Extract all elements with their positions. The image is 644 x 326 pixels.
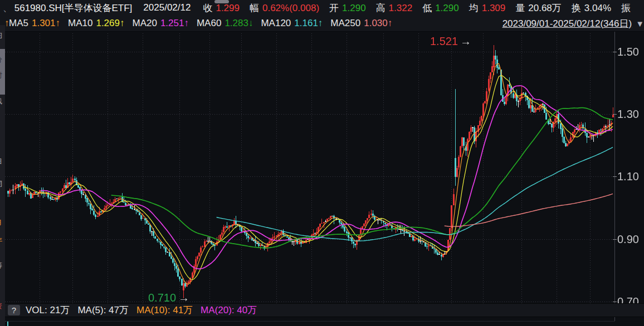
- vol-value: VOL: 21万: [26, 304, 70, 317]
- scrollbar-thumb[interactable]: [214, 0, 229, 3]
- date-range-selector[interactable]: 2023/09/01-2025/02/12(346日): [502, 17, 632, 30]
- y-axis-tick: [613, 176, 617, 177]
- toolbar-item-fragment: 月: [0, 219, 5, 226]
- symbol-name[interactable]: 561980.SH[半导体设备ETF]: [14, 2, 133, 14]
- toolbar-item-fragment: 图: [0, 32, 5, 39]
- volume-gridline: [5, 321, 614, 322]
- clipped-arrow-glyph: ↑: [4, 18, 9, 29]
- toolbar-item-fragment: 日: [0, 157, 5, 165]
- kline-canvas[interactable]: [5, 31, 614, 303]
- y-axis-tick: [613, 239, 617, 240]
- volume-indicator-bar: ? VOL: 21万 MA(5): 47万 MA(10): 41万 MA(20)…: [5, 303, 644, 317]
- volume-first-bar: [7, 322, 8, 326]
- field-open: 开1.290: [329, 2, 366, 14]
- vol-ma5: MA(5): 47万: [77, 304, 129, 317]
- field-avg: 均1.309: [469, 2, 506, 14]
- arrow-right-icon: →: [178, 292, 189, 304]
- ma-legend-bar: ↑ MA51.301↑ MA101.269↑ MA201.251↑ MA601.…: [0, 16, 644, 32]
- vol-ma20: MA(20): 40万: [201, 304, 257, 317]
- field-amplitude: 振: [621, 2, 634, 14]
- toolbar-item-fragment: 资: [0, 302, 5, 310]
- quote-header: 、 561980.SH[半导体设备ETF] 2025/02/12 收1.299 …: [0, 0, 644, 16]
- y-axis-tick-label: 1.10: [617, 170, 639, 183]
- vol-ma10: MA(10): 41万: [136, 304, 193, 317]
- toolbar-item-fragment: 线: [0, 97, 5, 105]
- arrow-right-icon: →: [460, 35, 471, 48]
- y-axis-tick-label: 1.30: [617, 108, 639, 121]
- toolbar-item-fragment: 时: [0, 71, 5, 79]
- lowest-price-annotation: 0.710 →: [148, 292, 189, 304]
- toolbar-item-fragment: 筹: [0, 261, 5, 269]
- ma250-legend: MA2501.030↑: [330, 18, 392, 29]
- chevron-down-icon[interactable]: ▼: [636, 19, 644, 28]
- highest-price-annotation: 1.521 →: [430, 35, 471, 48]
- help-button[interactable]: ?: [8, 305, 20, 315]
- toolbar-item-fragment: 年: [0, 236, 5, 244]
- ma60-legend: MA601.283↓: [197, 18, 253, 29]
- y-axis-tick-label: 1.50: [617, 46, 639, 58]
- ma10-legend: MA101.269↑: [68, 18, 124, 29]
- field-low: 低1.290: [422, 2, 459, 14]
- y-axis-tick: [613, 114, 617, 115]
- y-axis-tick: [613, 302, 617, 302]
- volume-pane[interactable]: [5, 316, 644, 326]
- field-change: 幅0.62%(0.008): [250, 2, 319, 14]
- stock-chart-app: 图分时线日周月年筹资 、 561980.SH[半导体设备ETF] 2025/02…: [0, 0, 644, 326]
- field-high: 高1.322: [376, 2, 413, 14]
- toolbar-item-fragment: 分: [0, 56, 5, 63]
- y-axis-tick-label: 0.90: [617, 233, 639, 246]
- field-volume: 量20.68万: [515, 2, 562, 14]
- partial-glyph-icon: 、: [1, 2, 14, 14]
- left-toolbar-strip[interactable]: 图分时线日周月年筹资: [0, 25, 5, 326]
- quote-date: 2025/02/12: [143, 2, 191, 13]
- ma120-legend: MA1201.161↑: [261, 18, 323, 29]
- ma5-legend: MA51.301↑: [9, 18, 60, 29]
- ma20-legend: MA201.251↑: [132, 18, 188, 29]
- y-axis-tick: [613, 52, 617, 52]
- field-turnover: 换3.04%: [572, 2, 611, 14]
- toolbar-item-fragment: 周: [0, 180, 5, 187]
